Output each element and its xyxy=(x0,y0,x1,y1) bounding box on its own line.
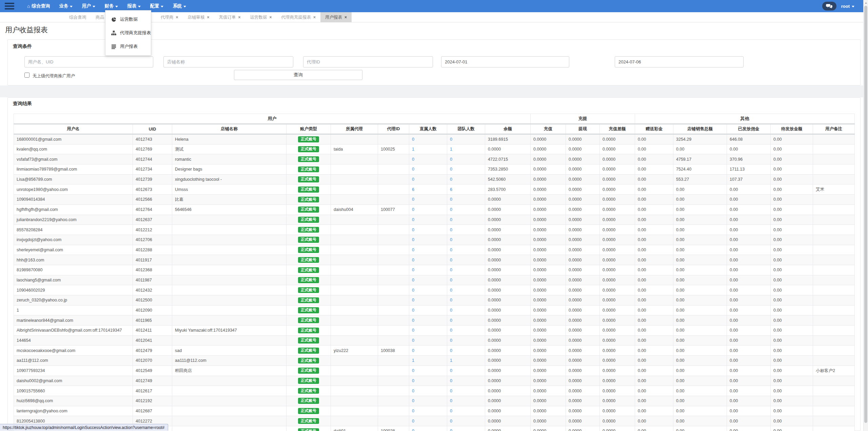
count-link[interactable]: 6 xyxy=(412,187,414,192)
count-link[interactable]: 0 xyxy=(450,308,452,313)
count-link[interactable]: 0 xyxy=(412,308,414,313)
count-link[interactable]: 0 xyxy=(412,237,414,242)
count-link[interactable]: 0 xyxy=(412,268,414,272)
count-link[interactable]: 0 xyxy=(412,137,414,142)
dropdown-menu-item[interactable]: 用户报表 xyxy=(105,40,151,53)
dropdown-menu-item[interactable]: 代理商充提报表 xyxy=(105,26,151,40)
tab-item[interactable]: 代理商× xyxy=(156,12,183,22)
scrollbar-thumb[interactable] xyxy=(864,6,867,423)
count-link[interactable]: 0 xyxy=(450,197,452,202)
no-upline-agent-checkbox[interactable] xyxy=(24,73,29,78)
close-icon[interactable]: × xyxy=(176,15,178,19)
date-to-input[interactable] xyxy=(615,56,744,67)
nav-menu-item[interactable]: 配置 xyxy=(150,3,163,9)
chat-button[interactable] xyxy=(822,2,836,11)
count-link[interactable]: 0 xyxy=(412,389,414,393)
count-link[interactable]: 0 xyxy=(412,298,414,302)
count-link[interactable]: 0 xyxy=(412,318,414,323)
dropdown-menu-item[interactable]: 运营数据 xyxy=(105,13,151,26)
count-link[interactable]: 0 xyxy=(450,338,452,343)
nav-menu-item[interactable]: 用户 xyxy=(82,3,95,9)
tab-item[interactable]: 代理商充提报表× xyxy=(277,12,321,22)
count-link[interactable]: 0 xyxy=(450,378,452,383)
cell-balance: 0.0000 xyxy=(485,295,531,306)
search-button[interactable]: 查询 xyxy=(234,70,362,80)
count-link[interactable]: 0 xyxy=(412,157,414,162)
count-link[interactable]: 0 xyxy=(450,389,452,393)
close-icon[interactable]: × xyxy=(238,15,241,19)
close-icon[interactable]: × xyxy=(270,15,272,19)
count-link[interactable]: 0 xyxy=(412,348,414,353)
nav-menu-item[interactable]: 报表 xyxy=(127,3,141,9)
count-link[interactable]: 0 xyxy=(412,429,414,431)
count-link[interactable]: 0 xyxy=(450,398,452,403)
hamburger-menu-icon[interactable] xyxy=(5,3,14,9)
count-link[interactable]: 0 xyxy=(450,258,452,262)
scroll-up-arrow-icon[interactable]: ▲ xyxy=(865,1,867,4)
count-link[interactable]: 0 xyxy=(412,217,414,222)
count-link[interactable]: 0 xyxy=(412,338,414,343)
column-header-cell: 充值 xyxy=(531,124,566,134)
cell-direct-count: 0 xyxy=(409,295,447,306)
count-link[interactable]: 0 xyxy=(450,328,452,333)
nav-menu-item[interactable]: 系统 xyxy=(173,3,186,9)
count-link[interactable]: 0 xyxy=(450,248,452,252)
tab-item[interactable]: 运营数据× xyxy=(245,12,277,22)
close-icon[interactable]: × xyxy=(313,15,316,19)
count-link[interactable]: 0 xyxy=(412,368,414,373)
count-link[interactable]: 0 xyxy=(412,248,414,252)
count-link[interactable]: 0 xyxy=(450,177,452,182)
count-link[interactable]: 1 xyxy=(412,358,414,363)
count-link[interactable]: 0 xyxy=(412,207,414,212)
count-link[interactable]: 0 xyxy=(450,419,452,424)
count-link[interactable]: 0 xyxy=(450,167,452,172)
count-link[interactable]: 0 xyxy=(450,409,452,413)
tab-item[interactable]: 用户报表× xyxy=(320,12,352,22)
count-link[interactable]: 0 xyxy=(450,288,452,293)
count-link[interactable]: 6 xyxy=(450,187,452,192)
store-name-input[interactable] xyxy=(163,56,293,67)
nav-menu-item[interactable]: 业务 xyxy=(59,3,73,9)
count-link[interactable]: 0 xyxy=(412,409,414,413)
count-link[interactable]: 0 xyxy=(450,348,452,353)
count-link[interactable]: 0 xyxy=(412,177,414,182)
count-link[interactable]: 0 xyxy=(450,318,452,323)
count-link[interactable]: 0 xyxy=(412,258,414,262)
count-link[interactable]: 0 xyxy=(412,167,414,172)
close-icon[interactable]: × xyxy=(207,15,210,19)
count-link[interactable]: 0 xyxy=(412,398,414,403)
count-link[interactable]: 0 xyxy=(450,207,452,212)
agent-id-input[interactable] xyxy=(303,56,433,67)
count-link[interactable]: 0 xyxy=(450,157,452,162)
count-link[interactable]: 0 xyxy=(412,228,414,232)
count-link[interactable]: 0 xyxy=(412,278,414,282)
tab-item[interactable]: 店铺审核× xyxy=(183,12,214,22)
count-link[interactable]: 0 xyxy=(412,378,414,383)
username-uid-input[interactable] xyxy=(24,56,153,67)
count-link[interactable]: 1 xyxy=(412,147,414,152)
count-link[interactable]: 0 xyxy=(450,278,452,282)
count-link[interactable]: 1 xyxy=(450,147,452,152)
count-link[interactable]: 0 xyxy=(412,419,414,424)
vertical-scrollbar[interactable]: ▲ xyxy=(863,0,868,431)
count-link[interactable]: 0 xyxy=(450,298,452,302)
user-menu[interactable]: root xyxy=(841,4,854,9)
tab-item[interactable]: 充值订单× xyxy=(214,12,245,22)
tab-item[interactable]: 综合查询 xyxy=(64,12,91,22)
count-link[interactable]: 0 xyxy=(450,137,452,142)
count-link[interactable]: 0 xyxy=(450,368,452,373)
count-link[interactable]: 0 xyxy=(450,217,452,222)
count-link[interactable]: 0 xyxy=(450,237,452,242)
count-link[interactable]: 1 xyxy=(450,358,452,363)
count-link[interactable]: 0 xyxy=(412,328,414,333)
cell-account-type: 正式账号 xyxy=(287,406,331,416)
count-link[interactable]: 0 xyxy=(412,197,414,202)
close-icon[interactable]: × xyxy=(344,15,347,19)
nav-menu-item[interactable]: ⌂综合查询 xyxy=(27,3,50,9)
count-link[interactable]: 0 xyxy=(450,268,452,272)
count-link[interactable]: 0 xyxy=(412,288,414,293)
count-link[interactable]: 0 xyxy=(450,228,452,232)
count-link[interactable]: 0 xyxy=(450,429,452,431)
nav-menu-item[interactable]: 财务 xyxy=(104,3,118,9)
date-from-input[interactable] xyxy=(441,56,569,67)
